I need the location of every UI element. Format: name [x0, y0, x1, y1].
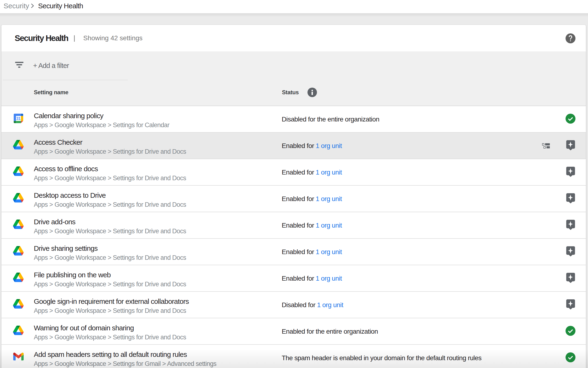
- svg-text:31: 31: [16, 116, 21, 120]
